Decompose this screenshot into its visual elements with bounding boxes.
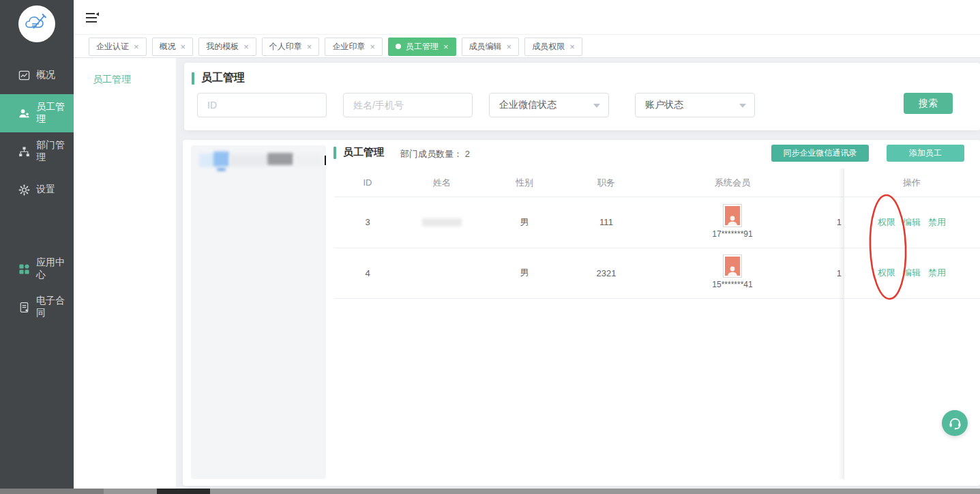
sidebar-item-label: 概况 <box>36 69 55 81</box>
column-header-name: 姓名 <box>401 169 483 197</box>
cell-id: 4 <box>334 248 401 298</box>
fixed-column-divider <box>844 169 844 479</box>
tab-my-templates[interactable]: 我的模板 × <box>198 38 256 56</box>
member-count: 部门成员数量： 2 <box>400 148 470 160</box>
sidebar-item-employee-management[interactable]: 员工管理 <box>0 94 74 132</box>
close-icon[interactable]: × <box>569 42 575 51</box>
app-window: 概况 员工管理 部门管理 <box>0 0 980 494</box>
permission-link[interactable]: 权限 <box>878 267 895 279</box>
column-header-job: 职务 <box>566 169 647 197</box>
redacted-region <box>213 151 229 166</box>
column-header-actions: 操作 <box>844 169 980 197</box>
sidebar-item-app-center[interactable]: 应用中心 <box>0 250 74 288</box>
wechat-status-select[interactable]: 企业微信状态 <box>489 93 609 117</box>
chevron-down-icon <box>739 104 746 108</box>
sync-wechat-contacts-button[interactable]: 同步企业微信通讯录 <box>771 145 869 162</box>
tab-label: 员工管理 <box>406 41 439 53</box>
headset-icon <box>948 416 962 430</box>
chevron-down-icon <box>593 104 600 108</box>
account-status-value: 账户状态 <box>645 99 683 111</box>
sidebar-item-settings[interactable]: 设置 <box>0 171 74 209</box>
cell-name <box>401 197 483 248</box>
table-divider <box>334 298 980 299</box>
sidebar-item-e-contract[interactable]: 电子合同 <box>0 288 74 326</box>
table-panel-title-text: 员工管理 <box>343 146 384 159</box>
tab-label: 个人印章 <box>269 41 302 53</box>
filter-panel-title: 员工管理 <box>192 71 245 85</box>
disable-link[interactable]: 禁用 <box>928 267 946 279</box>
redacted-region <box>217 169 226 171</box>
id-input[interactable] <box>197 93 327 117</box>
table-panel-title: 员工管理 <box>333 146 384 159</box>
cell-actions: 权限 编辑 禁用 <box>844 197 980 248</box>
close-icon[interactable]: × <box>507 42 512 51</box>
tab-member-permission[interactable]: 成员权限 × <box>524 38 582 56</box>
disable-link[interactable]: 禁用 <box>928 216 946 229</box>
close-icon[interactable]: × <box>134 42 139 51</box>
subsidebar-item-label: 员工管理 <box>93 74 131 86</box>
edit-link[interactable]: 编辑 <box>903 267 921 279</box>
cell-job: 2321 <box>566 248 647 298</box>
scrollbar-track-cap <box>0 489 104 494</box>
member-avatar <box>723 255 742 278</box>
column-header-member: 系统会员 <box>647 169 818 197</box>
sidebar-item-overview[interactable]: 概况 <box>0 56 74 94</box>
tab-enterprise-seal[interactable]: 企业印章 × <box>325 38 383 56</box>
cell-member: 17*******91 <box>647 202 818 240</box>
cell-job: 111 <box>566 197 647 248</box>
member-phone: 15*******41 <box>712 280 752 289</box>
sidebar-item-label: 员工管理 <box>36 101 74 126</box>
redacted-region <box>230 154 267 166</box>
member-avatar <box>723 204 742 227</box>
account-status-select[interactable]: 账户状态 <box>635 93 755 117</box>
secondary-sidebar: 员工管理 <box>74 58 176 489</box>
active-dot-icon <box>396 44 401 49</box>
add-employee-button[interactable]: 添加员工 <box>887 145 964 162</box>
close-icon[interactable]: × <box>443 42 449 51</box>
filter-panel-title-text: 员工管理 <box>201 71 245 85</box>
cell-id: 3 <box>334 197 401 248</box>
edit-link[interactable]: 编辑 <box>903 216 921 229</box>
redacted-region <box>294 154 323 166</box>
tab-employee-management-active[interactable]: 员工管理 × <box>388 38 456 56</box>
title-accent-bar <box>192 72 194 85</box>
close-icon[interactable]: × <box>181 42 186 51</box>
tab-personal-seal[interactable]: 个人印章 × <box>262 38 320 56</box>
subsidebar-item-employee-management[interactable]: 员工管理 <box>74 66 176 93</box>
sidebar-item-label: 应用中心 <box>36 257 74 281</box>
redacted-name <box>422 218 462 227</box>
tab-enterprise-auth[interactable]: 企业认证 × <box>89 38 147 56</box>
close-icon[interactable]: × <box>307 42 312 51</box>
contract-icon <box>18 301 30 313</box>
member-count-label: 部门成员数量： <box>400 149 462 159</box>
tab-overview[interactable]: 概况 × <box>152 38 194 56</box>
primary-sidebar: 概况 员工管理 部门管理 <box>0 0 74 489</box>
menu-fold-icon[interactable] <box>86 12 100 23</box>
name-phone-input[interactable] <box>343 93 473 117</box>
permission-link[interactable]: 权限 <box>878 216 895 229</box>
text-cursor-artifact <box>325 156 326 165</box>
scrollbar-thumb[interactable] <box>157 489 210 494</box>
tab-label: 成员权限 <box>532 41 565 53</box>
close-icon[interactable]: × <box>243 42 249 51</box>
wechat-status-value: 企业微信状态 <box>499 99 556 111</box>
sidebar-item-department-management[interactable]: 部门管理 <box>0 132 74 171</box>
tab-label: 企业认证 <box>96 41 129 53</box>
department-tree-panel <box>191 145 326 479</box>
horizontal-scrollbar[interactable] <box>0 489 980 494</box>
sidebar-item-label: 设置 <box>36 184 55 196</box>
tab-member-edit[interactable]: 成员编辑 × <box>462 38 520 56</box>
person-icon <box>727 215 738 225</box>
redacted-region <box>267 153 293 165</box>
close-icon[interactable]: × <box>370 42 375 51</box>
chart-icon <box>18 69 30 81</box>
cell-actions: 权限 编辑 禁用 <box>844 248 980 298</box>
cell-gender: 男 <box>483 197 566 248</box>
open-tabs-bar: 企业认证 × 概况 × 我的模板 × 个人印章 × 企业印章 × 员工管理 × … <box>74 35 980 58</box>
title-accent-bar <box>333 147 336 159</box>
customer-service-button[interactable] <box>942 410 968 436</box>
search-button[interactable]: 搜索 <box>904 93 953 114</box>
member-count-value: 2 <box>465 149 470 159</box>
column-header-id: ID <box>334 169 401 197</box>
tab-label: 概况 <box>160 41 176 53</box>
